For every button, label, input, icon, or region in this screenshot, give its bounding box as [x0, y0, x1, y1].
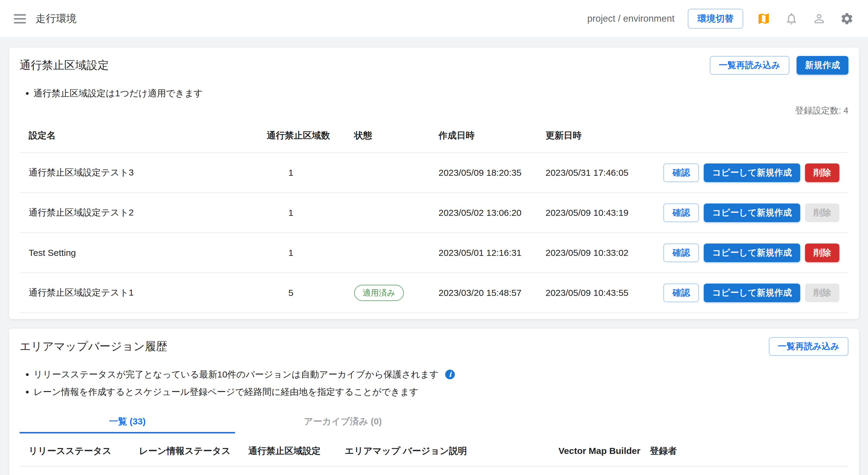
- copy-create-button[interactable]: コピーして新規作成: [704, 243, 800, 262]
- updated-at: 2023/05/09 10:43:19: [546, 208, 654, 218]
- main-content: 通行禁止区域設定 一覧再読み込み 新規作成 通行禁止区域設定は1つだけ適用できま…: [0, 38, 868, 475]
- delete-button[interactable]: 削除: [805, 164, 839, 182]
- menu-icon[interactable]: [14, 14, 26, 24]
- note-text: リリースステータスが完了となっている最新10件のバージョンは自動アーカイブから保…: [33, 368, 438, 380]
- col-header-name: 設定名: [29, 129, 267, 142]
- note-item: 通行禁止区域設定は1つだけ適用できます: [33, 87, 848, 99]
- note-item: リリースステータスが完了となっている最新10件のバージョンは自動アーカイブから保…: [33, 368, 848, 380]
- registered-count-label: 登録設定数: 4: [20, 105, 848, 117]
- prohibited-zone-settings-panel: 通行禁止区域設定 一覧再読み込み 新規作成 通行禁止区域設定は1つだけ適用できま…: [9, 47, 859, 319]
- col-header-lane-status: レーン情報ステータス: [139, 445, 248, 457]
- panel-title: 通行禁止区域設定: [20, 58, 109, 72]
- note-item: レーン情報を作成するとスケジュール登録ページで経路間に経由地を指定することができ…: [33, 386, 848, 398]
- tab-list[interactable]: 一覧 (33): [20, 411, 235, 434]
- settings-gear-icon[interactable]: [840, 11, 854, 26]
- updated-at: 2023/05/09 10:43:55: [546, 288, 654, 298]
- updated-at: 2023/05/31 17:46:05: [546, 168, 654, 178]
- table-row: Test Setting 1 2023/05/01 12:16:31 2023/…: [20, 233, 848, 273]
- setting-name: 通行禁止区域設定テスト1: [29, 286, 267, 299]
- version-table-header-row: リリースステータス レーン情報ステータス 通行禁止区域設定 エリアマップ バージ…: [20, 436, 848, 467]
- info-icon[interactable]: i: [445, 370, 455, 379]
- panel-notes: 通行禁止区域設定は1つだけ適用できます: [20, 87, 848, 99]
- panel-notes: リリースステータスが完了となっている最新10件のバージョンは自動アーカイブから保…: [20, 368, 848, 398]
- status-badge: 適用済み: [354, 285, 404, 301]
- table-row: 通行禁止区域設定テスト3 1 2023/05/09 18:20:35 2023/…: [20, 153, 848, 193]
- areamap-version-history-panel: エリアマップバージョン履歴 一覧再読み込み リリースステータスが完了となっている…: [9, 329, 859, 475]
- status-cell: 適用済み: [342, 285, 438, 301]
- tab-archived[interactable]: アーカイブ済み (0): [235, 411, 451, 434]
- confirm-button[interactable]: 確認: [663, 164, 699, 182]
- user-profile-icon[interactable]: [812, 11, 827, 26]
- zone-count: 1: [267, 208, 342, 218]
- confirm-button[interactable]: 確認: [663, 283, 699, 302]
- delete-button-disabled: 削除: [805, 203, 839, 222]
- map-icon[interactable]: [756, 11, 771, 26]
- panel-title: エリアマップバージョン履歴: [20, 339, 167, 354]
- created-at: 2023/03/20 15:48:57: [438, 288, 546, 298]
- col-header-release-status: リリースステータス: [29, 445, 139, 457]
- zone-count: 1: [267, 248, 342, 258]
- version-tabs: 一覧 (33) アーカイブ済み (0): [20, 411, 848, 434]
- create-new-button[interactable]: 新規作成: [797, 56, 848, 75]
- setting-name: 通行禁止区域設定テスト2: [29, 206, 267, 219]
- created-at: 2023/05/01 12:16:31: [438, 248, 546, 258]
- app-header: 走行環境 project / environment 環境切替: [0, 0, 868, 38]
- copy-create-button[interactable]: コピーして新規作成: [704, 164, 800, 182]
- copy-create-button[interactable]: コピーして新規作成: [704, 203, 800, 222]
- col-header-version-description: エリアマップ バージョン説明: [345, 445, 558, 457]
- col-header-zone-count: 通行禁止区域数: [267, 129, 342, 142]
- settings-table: 設定名 通行禁止区域数 状態 作成日時 更新日時 通行禁止区域設定テスト3 1 …: [20, 118, 848, 313]
- delete-button[interactable]: 削除: [805, 243, 839, 262]
- zone-count: 1: [267, 168, 342, 178]
- reload-list-button[interactable]: 一覧再読み込み: [769, 337, 848, 356]
- environment-switch-button[interactable]: 環境切替: [688, 9, 743, 29]
- col-header-zone-setting: 通行禁止区域設定: [248, 445, 345, 457]
- table-header-row: 設定名 通行禁止区域数 状態 作成日時 更新日時: [20, 118, 848, 153]
- project-environment-label: project / environment: [587, 13, 675, 24]
- col-header-registrant: 登録者: [650, 445, 839, 457]
- copy-create-button[interactable]: コピーして新規作成: [704, 283, 800, 302]
- notifications-bell-icon[interactable]: [784, 11, 799, 26]
- setting-name: 通行禁止区域設定テスト3: [29, 166, 267, 179]
- col-header-status: 状態: [342, 129, 438, 142]
- zone-count: 5: [267, 288, 342, 298]
- delete-button-disabled: 削除: [805, 283, 839, 302]
- created-at: 2023/05/02 13:06:20: [438, 208, 546, 218]
- table-row: 通行禁止区域設定テスト2 1 2023/05/02 13:06:20 2023/…: [20, 193, 848, 233]
- col-header-updated: 更新日時: [546, 129, 654, 142]
- col-header-created: 作成日時: [438, 129, 546, 142]
- col-header-vector-map-builder: Vector Map Builder: [558, 446, 650, 456]
- updated-at: 2023/05/09 10:33:02: [546, 248, 654, 258]
- page-title: 走行環境: [36, 12, 76, 26]
- confirm-button[interactable]: 確認: [663, 203, 699, 222]
- reload-list-button[interactable]: 一覧再読み込み: [710, 56, 789, 75]
- created-at: 2023/05/09 18:20:35: [438, 168, 546, 178]
- table-body-area: [20, 467, 848, 475]
- table-row: 通行禁止区域設定テスト1 5 適用済み 2023/03/20 15:48:57 …: [20, 273, 848, 313]
- confirm-button[interactable]: 確認: [663, 243, 699, 262]
- setting-name: Test Setting: [29, 248, 267, 258]
